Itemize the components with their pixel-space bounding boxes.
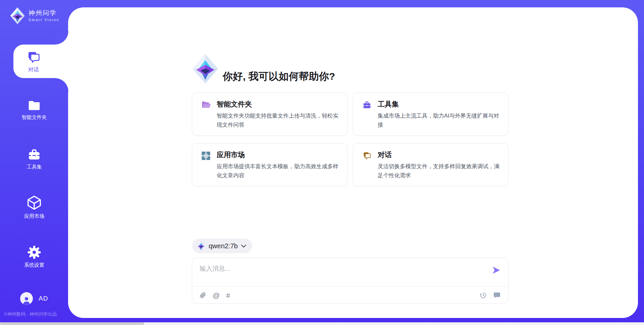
toolbox-icon — [362, 100, 372, 110]
sidebar-item-label: 工具集 — [27, 164, 42, 170]
app-window: 神州问学 Smart Vision 对话 智能文件夹 — [0, 0, 644, 325]
app-grid-icon — [201, 151, 211, 161]
sidebar-item-chat[interactable]: 对话 — [13, 45, 68, 78]
attach-file-button[interactable] — [200, 291, 206, 299]
sidebar-item-label: 应用市场 — [24, 213, 44, 219]
feature-card-chat[interactable]: 对话 灵活切换多模型文件，支持多样回复效果调试，满足个性化需求 — [353, 143, 508, 186]
model-selector[interactable]: qwen2:7b — [192, 239, 252, 253]
horizontal-scrollbar-thumb[interactable] — [0, 322, 144, 325]
chat-bubbles-icon — [26, 50, 41, 64]
feature-card-toolset[interactable]: 工具集 集成市场上主流工具，助力AI与外界无缝扩展与对接 — [353, 92, 508, 136]
horizontal-scrollbar-track — [0, 322, 644, 325]
person-icon — [21, 296, 32, 305]
sidebar-item-label: 系统设置 — [24, 262, 44, 268]
model-name: qwen2:7b — [209, 242, 238, 250]
brand-name: 神州问学 — [29, 9, 59, 17]
conversation-button[interactable] — [493, 292, 501, 299]
sidebar: 神州问学 Smart Vision 对话 智能文件夹 — [0, 0, 68, 325]
brand-subtitle: Smart Vision — [29, 18, 59, 22]
chevron-down-icon — [241, 245, 246, 248]
sidebar-item-label: 智能文件夹 — [22, 114, 47, 121]
greeting-title: 你好, 我可以如何帮助你? — [223, 70, 335, 83]
mention-button[interactable]: @ — [213, 292, 220, 299]
history-clock-icon — [480, 292, 487, 299]
brand-diamond-icon — [10, 7, 25, 24]
card-description: 应用市场提供丰富长文本模板，助力高效生成多样化文章内容 — [217, 162, 338, 180]
active-tab-bottom-fillet — [55, 78, 68, 91]
card-title: 工具集 — [378, 100, 499, 109]
card-description: 智能文件夹功能支持批量文件上传与清洗，轻松实现文件问答 — [217, 111, 338, 129]
sidebar-item-smart-folder[interactable]: 智能文件夹 — [0, 99, 68, 121]
sidebar-item-settings[interactable]: 系统设置 — [0, 245, 68, 268]
folder-open-icon — [201, 100, 211, 109]
card-description: 灵活切换多模型文件，支持多样回复效果调试，满足个性化需求 — [378, 162, 499, 180]
avatar — [20, 292, 33, 305]
composer-toolbar: @ # — [200, 286, 501, 304]
active-tab-top-fillet — [55, 31, 68, 45]
toolbox-icon — [27, 147, 42, 161]
feature-card-smart-folder[interactable]: 智能文件夹 智能文件夹功能支持批量文件上传与清洗，轻松实现文件问答 — [192, 92, 347, 136]
message-composer: @ # — [192, 258, 508, 304]
send-icon — [492, 266, 501, 274]
chat-bubble-icon — [493, 292, 501, 299]
brand-logo-block: 神州问学 Smart Vision — [10, 7, 59, 24]
card-description: 集成市场上主流工具，助力AI与外界无缝扩展与对接 — [378, 111, 499, 129]
send-button[interactable] — [492, 266, 501, 274]
sidebar-item-app-market[interactable]: 应用市场 — [0, 195, 68, 219]
cube-icon — [26, 195, 42, 211]
hero-diamond-logo — [193, 54, 218, 83]
card-title: 对话 — [378, 150, 499, 159]
paperclip-icon — [200, 291, 206, 299]
user-account[interactable]: AD — [20, 292, 48, 305]
user-initials: AD — [39, 295, 48, 302]
sidebar-item-toolset[interactable]: 工具集 — [0, 147, 68, 170]
card-title: 应用市场 — [217, 150, 338, 159]
copyright-text: ©神州数码 · 神州问学出品 — [4, 311, 57, 317]
history-button[interactable] — [480, 292, 487, 299]
feature-card-app-market[interactable]: 应用市场 应用市场提供丰富长文本模板，助力高效生成多样化文章内容 — [192, 143, 347, 186]
hashtag-button[interactable]: # — [226, 292, 230, 299]
sidebar-item-label: 对话 — [28, 66, 39, 73]
gear-icon — [27, 245, 42, 260]
chat-bubbles-icon — [362, 151, 372, 160]
model-diamond-icon — [197, 241, 205, 251]
card-title: 智能文件夹 — [217, 100, 338, 109]
message-input[interactable] — [192, 258, 481, 284]
folder-icon — [27, 99, 42, 112]
